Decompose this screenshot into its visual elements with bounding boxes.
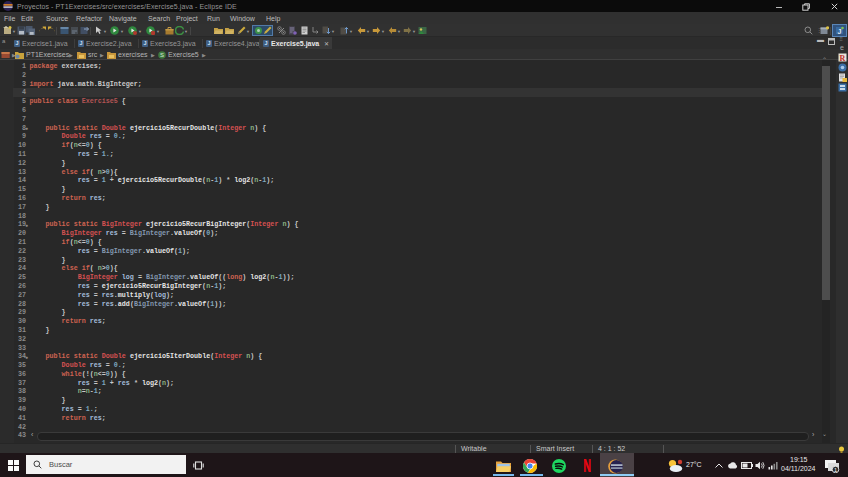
svg-text:1: 1 bbox=[834, 467, 837, 473]
svg-text:S: S bbox=[160, 52, 164, 58]
svg-text:R: R bbox=[840, 54, 846, 63]
svg-text:J: J bbox=[838, 28, 842, 35]
